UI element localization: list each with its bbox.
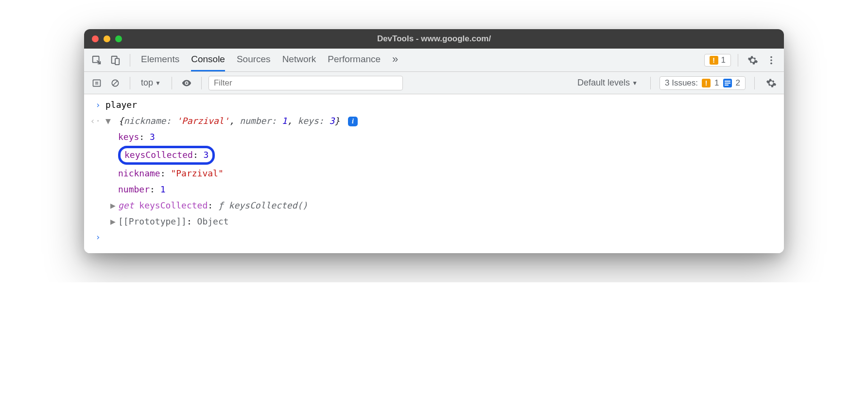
object-property-row: keys: 3 (84, 129, 784, 145)
brace: { (119, 116, 124, 126)
output-chevron-icon: ‹· (90, 114, 105, 128)
minimize-button[interactable] (104, 35, 110, 42)
filter-input[interactable] (208, 76, 403, 90)
disclosure-triangle-icon[interactable]: ▶ (110, 215, 118, 229)
getter-name: keysCollected (139, 199, 208, 213)
window-title: DevTools - www.google.com/ (84, 34, 784, 44)
titlebar: DevTools - www.google.com/ (84, 29, 784, 49)
input-chevron-icon: › (90, 98, 105, 112)
chevron-down-icon: ▼ (155, 80, 161, 86)
context-label: top (141, 78, 153, 88)
context-selector[interactable]: top ▼ (137, 76, 165, 89)
traffic-lights (84, 35, 122, 42)
inspect-icon[interactable] (89, 52, 104, 68)
prop-key: keysCollected (124, 150, 193, 160)
devtools-window: DevTools - www.google.com/ Elements Cons… (84, 29, 784, 253)
tabbar: Elements Console Sources Network Perform… (84, 49, 784, 72)
console-settings-icon[interactable] (764, 75, 779, 91)
disclosure-triangle-icon[interactable]: ▼ (105, 114, 113, 128)
svg-point-5 (770, 62, 772, 64)
svg-rect-10 (725, 85, 729, 86)
console-toolbar: top ▼ Default levels ▼ 3 Issues: ! 1 (84, 72, 784, 94)
svg-rect-2 (115, 58, 119, 65)
summary-key: number: (240, 116, 277, 126)
prop-key: nickname (118, 167, 160, 181)
tab-sources[interactable]: Sources (237, 49, 271, 71)
console-output-row: ‹· ▼ {nickname: 'Parzival', number: 1, k… (84, 113, 784, 129)
info-icon[interactable]: i (348, 117, 358, 126)
prop-value: 3 (204, 150, 209, 160)
svg-point-3 (770, 56, 772, 58)
live-expression-icon[interactable] (179, 75, 194, 91)
separator (172, 77, 172, 89)
getter-fn: ƒ keysCollected() (218, 199, 308, 213)
object-property-row-highlighted: keysCollected: 3 (84, 145, 784, 166)
settings-icon[interactable] (745, 52, 761, 68)
tabs-overflow-icon[interactable]: » (392, 49, 398, 71)
info-count: 2 (736, 78, 740, 88)
kebab-menu-icon[interactable] (764, 52, 779, 68)
svg-rect-9 (725, 83, 730, 84)
sidebar-toggle-icon[interactable] (89, 75, 104, 91)
highlight-annotation: keysCollected: 3 (118, 146, 215, 165)
issues-count: 1 (721, 55, 726, 65)
svg-rect-6 (93, 80, 101, 86)
summary-value: 'Parzival' (176, 116, 229, 126)
object-property-row: nickname: "Parzival" (84, 166, 784, 182)
prop-value: 1 (160, 183, 166, 197)
log-levels-selector[interactable]: Default levels ▼ (573, 76, 642, 89)
separator (738, 54, 738, 67)
prototype-row[interactable]: ▶ [[Prototype]]: Object (84, 214, 784, 230)
proto-value: Object (197, 215, 229, 229)
tab-performance[interactable]: Performance (328, 49, 381, 71)
issues-summary[interactable]: 3 Issues: ! 1 2 (660, 76, 746, 90)
device-toggle-icon[interactable] (107, 52, 123, 68)
close-button[interactable] (92, 35, 99, 42)
separator (201, 77, 202, 89)
warning-icon: ! (710, 56, 718, 65)
brace: } (334, 116, 340, 126)
prop-key: keys (118, 130, 139, 144)
issues-badge[interactable]: ! 1 (704, 54, 731, 67)
maximize-button[interactable] (115, 35, 122, 42)
console-input-row: › player (84, 97, 784, 113)
input-chevron-icon: › (90, 230, 105, 244)
info-icon (723, 79, 732, 87)
issues-label: 3 Issues: (665, 78, 698, 88)
proto-key: [[Prototype]] (118, 215, 187, 229)
prop-value: 3 (150, 130, 155, 144)
levels-label: Default levels (577, 78, 630, 88)
tab-elements[interactable]: Elements (141, 49, 179, 71)
getter-row[interactable]: ▶ get keysCollected: ƒ keysCollected() (84, 198, 784, 214)
console-output: › player ‹· ▼ {nickname: 'Parzival', num… (84, 94, 784, 253)
get-keyword: get (118, 199, 134, 213)
separator (754, 77, 755, 89)
separator (130, 77, 130, 89)
tab-console[interactable]: Console (191, 49, 225, 71)
tab-network[interactable]: Network (282, 49, 316, 71)
separator (130, 54, 130, 67)
svg-point-4 (770, 59, 772, 61)
clear-console-icon[interactable] (107, 75, 123, 91)
chevron-down-icon: ▼ (632, 80, 638, 86)
summary-key: nickname: (124, 116, 172, 126)
disclosure-triangle-icon[interactable]: ▶ (110, 199, 118, 213)
prop-value: "Parzival" (171, 167, 223, 181)
separator (650, 77, 651, 89)
prop-key: number (118, 183, 150, 197)
tabs: Elements Console Sources Network Perform… (141, 49, 398, 71)
svg-rect-8 (725, 81, 730, 82)
summary-key: keys: (297, 116, 324, 126)
input-text: player (105, 98, 778, 112)
warn-count: 1 (714, 78, 719, 88)
summary-value: 3 (329, 116, 334, 126)
console-prompt[interactable]: › (84, 229, 784, 245)
summary-value: 1 (282, 116, 287, 126)
object-property-row: number: 1 (84, 182, 784, 198)
warning-icon: ! (702, 79, 711, 87)
